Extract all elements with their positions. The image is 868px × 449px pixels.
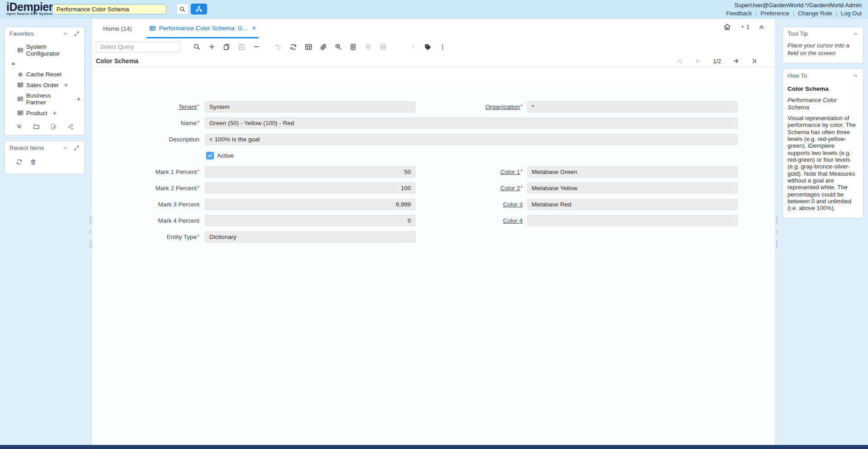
required-mark: *: [197, 103, 199, 110]
mark1-percent-field[interactable]: 50: [205, 166, 415, 178]
user-block: SuperUser@GardenWorld.*/GardenWorld Admi…: [726, 1, 862, 17]
favorite-add-shortcut[interactable]: +: [53, 109, 57, 117]
howto-heading: Color Schema: [788, 85, 859, 93]
expand-icon: [74, 31, 80, 37]
label-button[interactable]: [422, 41, 434, 53]
copy-record-button[interactable]: [221, 41, 232, 53]
mark4-percent-field[interactable]: 0: [205, 215, 415, 226]
global-search-input[interactable]: [52, 4, 166, 14]
active-label: Active: [217, 150, 234, 161]
right-splitter[interactable]: [775, 19, 778, 445]
search-button[interactable]: [176, 4, 189, 14]
color1-field[interactable]: Metabase Green: [527, 166, 738, 178]
favorite-add-shortcut[interactable]: +: [64, 81, 68, 89]
favorite-item-system-configurator[interactable]: System Configurator: [5, 42, 84, 59]
more-actions-button[interactable]: [437, 41, 448, 53]
sitemap-button[interactable]: [191, 4, 207, 14]
arrow-left-icon: [694, 57, 702, 65]
triangle-down-icon: [410, 44, 416, 50]
favorite-item-sales-order[interactable]: Sales Order +: [5, 80, 84, 90]
desktop-selector[interactable]: 1: [740, 23, 750, 30]
favorite-item-cache-reset[interactable]: Cache Reset: [5, 69, 84, 80]
favorite-item-product[interactable]: Product +: [5, 108, 84, 118]
grid-toggle-button[interactable]: [302, 41, 314, 53]
organization-field[interactable]: *: [527, 101, 738, 112]
save-button: [236, 41, 247, 53]
window-title: Color Schema: [96, 57, 138, 65]
feedback-link[interactable]: Feedback: [726, 10, 752, 17]
home-icon: [723, 23, 731, 31]
refresh-recent-button[interactable]: [16, 159, 23, 165]
organization-label[interactable]: Organization*: [434, 101, 523, 112]
recent-items-toolbar: [5, 154, 84, 173]
tab-performance-color-schema[interactable]: Performance Color Schema: G... ×: [146, 19, 259, 38]
record-info-button[interactable]: [347, 41, 359, 53]
find-record-button[interactable]: [191, 41, 203, 53]
window-toolbar: [92, 38, 775, 55]
color2-label[interactable]: Color 2*: [434, 182, 523, 194]
refresh-button[interactable]: [288, 41, 299, 53]
color4-label[interactable]: Color 4: [434, 215, 523, 226]
color4-field[interactable]: [527, 215, 738, 226]
favorite-add-shortcut-system-configurator[interactable]: +: [5, 59, 84, 69]
double-chevron-up-icon: [758, 23, 765, 30]
record-position: 1/2: [713, 58, 721, 65]
tab-home[interactable]: Home (14): [100, 19, 135, 38]
log-out-link[interactable]: Log Out: [841, 10, 862, 17]
folder-view-button[interactable]: [33, 123, 40, 130]
splitter-grip: [90, 241, 91, 248]
clear-recent-button[interactable]: [30, 159, 37, 165]
select-query-input[interactable]: [96, 42, 181, 52]
howto-collapse-button[interactable]: [853, 73, 859, 79]
next-record-button[interactable]: [732, 57, 740, 65]
active-checkbox[interactable]: [206, 152, 214, 159]
preference-link[interactable]: Preference: [760, 10, 789, 17]
new-record-button[interactable]: [206, 41, 217, 53]
mark2-percent-field[interactable]: 100: [205, 182, 415, 194]
entity-type-field[interactable]: Dictionary: [205, 231, 415, 243]
favorites-expand-button[interactable]: [74, 31, 80, 37]
favorite-item-label: Business Partner: [26, 92, 71, 106]
favorites-toolbar: [5, 119, 84, 135]
minus-icon: [253, 43, 260, 51]
favorite-item-business-partner[interactable]: Business Partner +: [5, 90, 84, 108]
required-mark: *: [520, 103, 523, 110]
logo-title: iDempiere: [6, 1, 59, 13]
tenant-field[interactable]: System: [205, 101, 415, 112]
tenant-label[interactable]: Tenant*: [110, 101, 199, 112]
required-mark: *: [520, 168, 523, 175]
left-splitter[interactable]: [89, 19, 92, 445]
mark3-percent-label: Mark 3 Percent: [110, 199, 199, 210]
color2-field[interactable]: Metabase Yellow: [527, 182, 738, 194]
close-tab-icon[interactable]: ×: [252, 24, 256, 32]
mark3-percent-field[interactable]: 9,999: [205, 199, 415, 210]
window-icon: [17, 82, 24, 88]
entity-type-label: Entity Type*: [110, 231, 199, 243]
color3-label[interactable]: Color 3: [434, 199, 523, 210]
recent-collapse-button[interactable]: [62, 145, 68, 151]
tooltip-collapse-button[interactable]: [853, 31, 859, 37]
share-favorites-button[interactable]: [67, 123, 74, 130]
collapse-all-nodes-button[interactable]: [16, 123, 23, 130]
favorite-add-shortcut[interactable]: +: [77, 95, 80, 103]
last-record-button[interactable]: [751, 58, 758, 65]
chevron-up-icon: [853, 31, 859, 37]
home-button[interactable]: [723, 23, 731, 31]
description-field[interactable]: < 100% is the goal: [205, 134, 738, 145]
delete-record-button[interactable]: [250, 41, 262, 53]
favorites-collapse-button[interactable]: [62, 31, 68, 37]
link-divider: [756, 11, 756, 16]
chevron-up-icon: [853, 73, 859, 79]
color3-field[interactable]: Metabase Red: [527, 199, 738, 210]
change-role-link[interactable]: Change Role: [798, 10, 832, 17]
edit-favorites-button[interactable]: [50, 123, 57, 130]
attachment-button[interactable]: [317, 41, 329, 53]
collapse-header-button[interactable]: [758, 23, 765, 30]
detail-record-button: [407, 41, 419, 53]
recent-expand-button[interactable]: [74, 145, 80, 151]
zoom-across-button[interactable]: [332, 41, 344, 53]
name-field[interactable]: Green (50) - Yellow (100) - Red: [205, 117, 738, 129]
color1-label[interactable]: Color 1*: [434, 166, 523, 178]
double-chevron-down-icon: [16, 123, 23, 130]
ellipsis-vertical-icon: [439, 43, 446, 51]
